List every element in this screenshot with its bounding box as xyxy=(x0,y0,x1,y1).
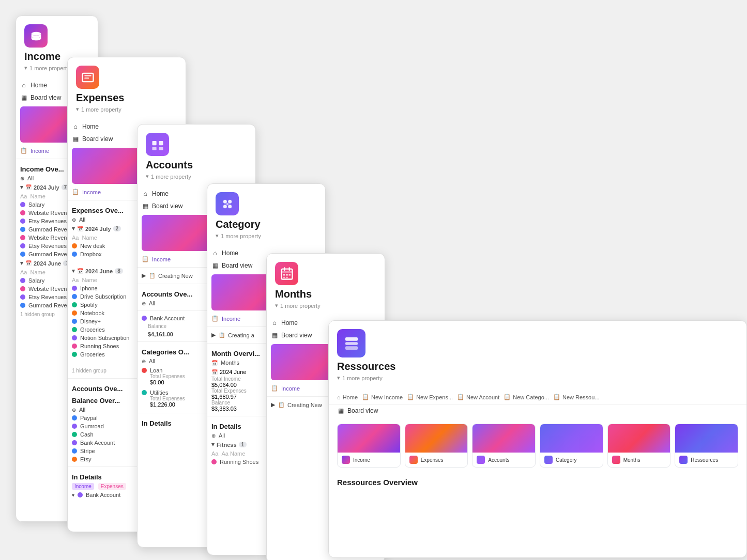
svg-rect-1 xyxy=(82,73,93,81)
svg-point-10 xyxy=(226,203,228,205)
board-view-icon-res: ▦ xyxy=(337,407,344,414)
home-icon-exp: ⌂ xyxy=(72,123,79,130)
home-icon-cat: ⌂ xyxy=(211,250,219,257)
svg-rect-4 xyxy=(152,147,156,150)
svg-rect-20 xyxy=(345,337,358,341)
ressources-overview-section: Ressources Overview xyxy=(329,474,746,494)
board-icon-exp: ▦ xyxy=(72,135,79,143)
res-nav-home[interactable]: ⌂ Home xyxy=(337,394,358,400)
svg-rect-18 xyxy=(283,276,285,277)
ressources-app-icon xyxy=(337,329,365,357)
res-nav-new-account[interactable]: 📋 New Account xyxy=(457,394,499,400)
svg-rect-5 xyxy=(159,147,163,150)
ressources-top-nav: ⌂ Home 📋 New Income 📋 New Expens... 📋 Ne… xyxy=(329,390,746,405)
months-app-icon xyxy=(275,262,298,285)
svg-rect-22 xyxy=(345,346,358,350)
board-icon-acc: ▦ xyxy=(142,203,149,210)
accounts-title: Accounts xyxy=(146,159,247,171)
board-icon: ▦ xyxy=(20,94,27,101)
svg-rect-16 xyxy=(286,274,288,276)
months-title: Months xyxy=(275,288,376,300)
category-app-icon xyxy=(216,192,239,215)
gallery-category[interactable]: Category xyxy=(540,424,603,468)
svg-rect-2 xyxy=(152,141,156,145)
svg-point-0 xyxy=(31,32,41,35)
svg-rect-19 xyxy=(286,276,288,277)
gallery-accounts[interactable]: Accounts xyxy=(472,424,536,468)
svg-point-9 xyxy=(228,205,232,208)
res-board-view[interactable]: ▦ Board view xyxy=(329,405,746,416)
category-title: Category xyxy=(216,219,317,230)
gallery-income[interactable]: Income xyxy=(337,424,401,468)
svg-rect-15 xyxy=(283,274,285,276)
svg-point-6 xyxy=(223,199,226,203)
gallery-months[interactable]: Months xyxy=(607,424,671,468)
ressources-title: Ressources xyxy=(337,361,395,372)
board-icon-mon: ▦ xyxy=(271,332,278,339)
res-nav-new-expenses[interactable]: 📋 New Expens... xyxy=(407,394,453,400)
board-icon-cat: ▦ xyxy=(211,262,219,269)
res-nav-new-category[interactable]: 📋 New Catego... xyxy=(504,394,549,400)
ressources-more-property: ▾ 1 more property xyxy=(337,375,395,381)
svg-rect-17 xyxy=(288,274,291,276)
accounts-app-icon xyxy=(146,133,169,156)
category-more-property: ▾ 1 more property xyxy=(216,232,317,239)
expenses-more-property: ▾ 1 more property xyxy=(76,106,177,113)
ressources-card: Ressources ▾ 1 more property ⌂ Home 📋 Ne… xyxy=(328,320,747,558)
income-app-icon xyxy=(24,24,48,48)
svg-rect-21 xyxy=(345,342,358,345)
gallery-expenses[interactable]: Expenses xyxy=(405,424,468,468)
gallery-ressources[interactable]: Ressources xyxy=(675,424,738,468)
home-icon-mon: ⌂ xyxy=(271,319,278,326)
ressources-overview-title: Ressources Overview xyxy=(337,478,738,487)
svg-rect-3 xyxy=(159,141,163,145)
res-nav-new-income[interactable]: 📋 New Income xyxy=(362,394,403,400)
ressources-gallery: Income Expenses Accounts Category xyxy=(329,417,746,474)
res-nav-new-ressource[interactable]: 📋 New Ressou... xyxy=(553,394,600,400)
svg-point-7 xyxy=(228,199,232,203)
expenses-app-icon xyxy=(76,66,99,89)
svg-point-8 xyxy=(223,205,226,208)
months-more-property: ▾ 1 more property xyxy=(275,302,376,309)
home-icon-acc: ⌂ xyxy=(142,190,149,197)
expenses-title: Expenses xyxy=(76,92,177,104)
home-icon: ⌂ xyxy=(20,82,27,89)
accounts-more-property: ▾ 1 more property xyxy=(146,173,247,180)
